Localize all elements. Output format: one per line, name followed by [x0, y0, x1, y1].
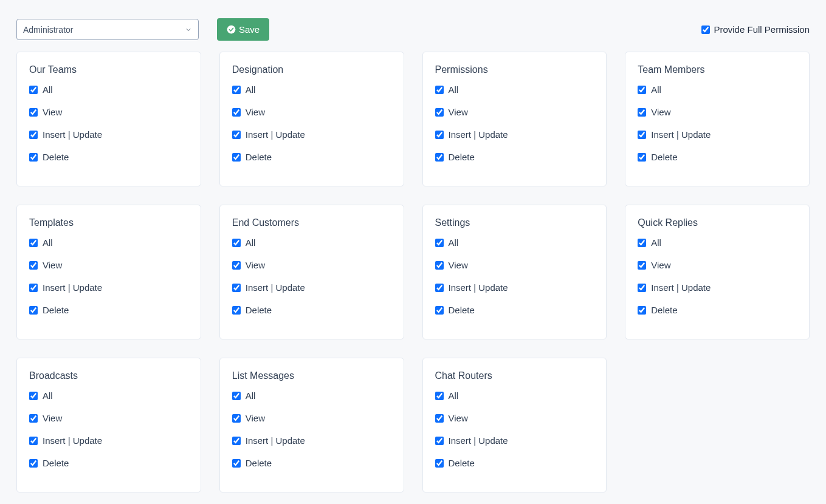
- perm-checkbox-view[interactable]: [29, 261, 38, 270]
- perm-checkbox-delete[interactable]: [435, 459, 444, 468]
- perm-row-view[interactable]: View: [29, 413, 188, 423]
- perm-checkbox-insert-update[interactable]: [232, 131, 241, 139]
- perm-row-delete[interactable]: Delete: [232, 305, 391, 315]
- perm-checkbox-insert-update[interactable]: [29, 437, 38, 445]
- perm-checkbox-all[interactable]: [29, 239, 38, 247]
- perm-row-insert-update[interactable]: Insert | Update: [435, 282, 594, 293]
- perm-row-insert-update[interactable]: Insert | Update: [232, 129, 391, 140]
- perm-checkbox-all[interactable]: [638, 239, 646, 247]
- perm-row-view[interactable]: View: [435, 413, 594, 423]
- perm-checkbox-all[interactable]: [435, 239, 444, 247]
- perm-row-delete[interactable]: Delete: [29, 152, 188, 162]
- perm-checkbox-all[interactable]: [29, 86, 38, 94]
- perm-row-delete[interactable]: Delete: [29, 458, 188, 468]
- perm-checkbox-delete[interactable]: [435, 306, 444, 315]
- perm-row-all[interactable]: All: [232, 390, 391, 401]
- perm-label: View: [449, 107, 468, 117]
- perm-checkbox-view[interactable]: [232, 414, 241, 423]
- perm-checkbox-all[interactable]: [435, 392, 444, 400]
- perm-checkbox-view[interactable]: [29, 108, 38, 117]
- perm-row-insert-update[interactable]: Insert | Update: [638, 129, 797, 140]
- perm-checkbox-insert-update[interactable]: [232, 284, 241, 292]
- perm-checkbox-all[interactable]: [638, 86, 646, 94]
- perm-checkbox-delete[interactable]: [29, 153, 38, 162]
- perm-label: Insert | Update: [246, 282, 305, 293]
- perm-checkbox-all[interactable]: [435, 86, 444, 94]
- perm-row-all[interactable]: All: [232, 237, 391, 248]
- perm-checkbox-insert-update[interactable]: [638, 284, 646, 292]
- perm-row-all[interactable]: All: [29, 237, 188, 248]
- perm-checkbox-view[interactable]: [638, 261, 646, 270]
- perm-checkbox-view[interactable]: [435, 108, 444, 117]
- perm-checkbox-view[interactable]: [435, 261, 444, 270]
- perm-row-view[interactable]: View: [638, 260, 797, 270]
- perm-row-delete[interactable]: Delete: [435, 305, 594, 315]
- perm-row-all[interactable]: All: [29, 390, 188, 401]
- perm-checkbox-insert-update[interactable]: [29, 131, 38, 139]
- perm-checkbox-all[interactable]: [232, 239, 241, 247]
- perm-row-all[interactable]: All: [232, 84, 391, 95]
- perm-row-insert-update[interactable]: Insert | Update: [435, 129, 594, 140]
- card-title: Permissions: [435, 64, 594, 75]
- perm-checkbox-all[interactable]: [232, 392, 241, 400]
- perm-checkbox-delete[interactable]: [232, 306, 241, 315]
- perm-label: Insert | Update: [651, 129, 711, 140]
- role-select[interactable]: Administrator: [16, 19, 199, 40]
- perm-checkbox-delete[interactable]: [29, 459, 38, 468]
- perm-checkbox-delete[interactable]: [232, 153, 241, 162]
- perm-checkbox-view[interactable]: [638, 108, 646, 117]
- perm-checkbox-delete[interactable]: [638, 306, 646, 315]
- perm-label: All: [246, 84, 256, 95]
- perm-row-delete[interactable]: Delete: [435, 152, 594, 162]
- perm-row-all[interactable]: All: [435, 390, 594, 401]
- perm-row-delete[interactable]: Delete: [638, 305, 797, 315]
- perm-checkbox-insert-update[interactable]: [435, 131, 444, 139]
- perm-checkbox-insert-update[interactable]: [29, 284, 38, 292]
- perm-checkbox-insert-update[interactable]: [232, 437, 241, 445]
- perm-row-view[interactable]: View: [638, 107, 797, 117]
- perm-checkbox-view[interactable]: [29, 414, 38, 423]
- perm-row-view[interactable]: View: [435, 260, 594, 270]
- perm-checkbox-delete[interactable]: [638, 153, 646, 162]
- perm-checkbox-view[interactable]: [232, 108, 241, 117]
- permission-card: List MessagesAllViewInsert | UpdateDelet…: [219, 358, 404, 492]
- perm-checkbox-insert-update[interactable]: [435, 284, 444, 292]
- perm-checkbox-insert-update[interactable]: [638, 131, 646, 139]
- perm-checkbox-delete[interactable]: [29, 306, 38, 315]
- perm-row-view[interactable]: View: [29, 107, 188, 117]
- perm-row-delete[interactable]: Delete: [638, 152, 797, 162]
- perm-checkbox-delete[interactable]: [435, 153, 444, 162]
- perm-row-all[interactable]: All: [435, 237, 594, 248]
- save-button-label: Save: [239, 24, 260, 35]
- full-permission-checkbox[interactable]: [701, 26, 710, 34]
- perm-row-all[interactable]: All: [435, 84, 594, 95]
- perm-row-view[interactable]: View: [232, 260, 391, 270]
- perm-row-insert-update[interactable]: Insert | Update: [29, 282, 188, 293]
- perm-row-delete[interactable]: Delete: [435, 458, 594, 468]
- perm-checkbox-all[interactable]: [232, 86, 241, 94]
- perm-row-view[interactable]: View: [29, 260, 188, 270]
- perm-row-delete[interactable]: Delete: [232, 458, 391, 468]
- perm-row-delete[interactable]: Delete: [29, 305, 188, 315]
- perm-checkbox-all[interactable]: [29, 392, 38, 400]
- perm-row-all[interactable]: All: [638, 84, 797, 95]
- perm-checkbox-insert-update[interactable]: [435, 437, 444, 445]
- perm-row-view[interactable]: View: [232, 413, 391, 423]
- perm-row-view[interactable]: View: [232, 107, 391, 117]
- perm-row-insert-update[interactable]: Insert | Update: [29, 129, 188, 140]
- save-button[interactable]: Save: [217, 18, 269, 41]
- perm-row-insert-update[interactable]: Insert | Update: [232, 435, 391, 446]
- perm-row-insert-update[interactable]: Insert | Update: [232, 282, 391, 293]
- perm-row-insert-update[interactable]: Insert | Update: [638, 282, 797, 293]
- perm-row-all[interactable]: All: [29, 84, 188, 95]
- perm-label: View: [43, 260, 62, 270]
- perm-row-view[interactable]: View: [435, 107, 594, 117]
- full-permission-toggle[interactable]: Provide Full Permission: [701, 24, 810, 35]
- perm-row-all[interactable]: All: [638, 237, 797, 248]
- perm-checkbox-view[interactable]: [232, 261, 241, 270]
- perm-checkbox-view[interactable]: [435, 414, 444, 423]
- perm-row-insert-update[interactable]: Insert | Update: [29, 435, 188, 446]
- perm-row-delete[interactable]: Delete: [232, 152, 391, 162]
- perm-row-insert-update[interactable]: Insert | Update: [435, 435, 594, 446]
- perm-checkbox-delete[interactable]: [232, 459, 241, 468]
